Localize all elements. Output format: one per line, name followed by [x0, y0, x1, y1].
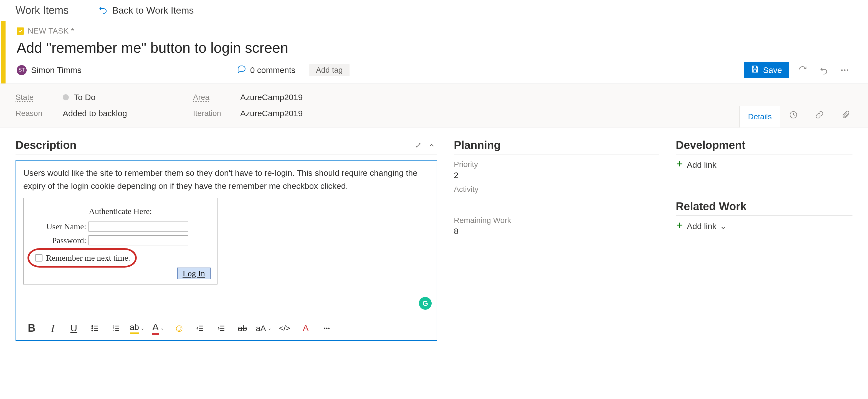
development-add-link[interactable]: Add link: [676, 160, 852, 170]
tab-details[interactable]: Details: [739, 106, 780, 128]
toolbar-fontcolor[interactable]: A⌄: [148, 320, 168, 337]
save-button[interactable]: Save: [744, 62, 789, 78]
description-editor[interactable]: Users would like the site to remember th…: [16, 160, 437, 341]
toolbar-italic[interactable]: I: [43, 320, 63, 337]
mockup-heading: Authenticate Here:: [30, 205, 211, 218]
workitem-type-icon: [17, 28, 24, 35]
svg-point-10: [324, 328, 326, 329]
tab-links[interactable]: [806, 104, 833, 128]
remaining-work-value[interactable]: 8: [454, 227, 659, 236]
planning-column: Planning Priority 2 Activity Remaining W…: [454, 139, 659, 341]
grammarly-icon[interactable]: G: [419, 297, 432, 310]
back-to-list-label: Back to Work Items: [112, 5, 194, 16]
links-column: Development Add link Related Work Add li…: [676, 139, 852, 341]
description-column: Description Users would like the site to…: [16, 139, 437, 341]
link-icon: [815, 110, 824, 121]
area-value[interactable]: AzureCamp2019: [240, 93, 303, 102]
svg-text:3: 3: [113, 329, 114, 332]
plus-icon: [676, 221, 684, 231]
description-heading: Description: [16, 139, 76, 152]
description-expand-button[interactable]: [413, 140, 424, 151]
chevron-down-icon: ⌄: [268, 326, 271, 331]
save-icon: [751, 65, 759, 75]
mockup-password-label: Password:: [30, 234, 89, 247]
workitem-title[interactable]: Add "remember me" button to login screen: [17, 39, 852, 56]
toolbar-fontcolor-glyph: A: [152, 322, 159, 335]
activity-value[interactable]: [454, 196, 659, 205]
chevron-down-icon: ⌄: [720, 221, 727, 231]
toolbar-clearformat[interactable]: A: [296, 320, 316, 337]
related-add-link-label: Add link: [687, 222, 716, 231]
related-add-link[interactable]: Add link ⌄: [676, 221, 852, 231]
toolbar-bold[interactable]: B: [22, 320, 41, 337]
description-collapse-button[interactable]: [426, 140, 437, 151]
area-label: Area: [193, 93, 240, 102]
comment-icon: [237, 64, 246, 76]
svg-point-2: [847, 69, 848, 71]
planning-heading: Planning: [454, 139, 501, 152]
state-dot-icon: [63, 94, 69, 100]
detail-tabs: Details: [739, 104, 859, 128]
svg-point-5: [92, 328, 93, 329]
page-root: Work Items Back to Work Items NEW TASK *…: [0, 0, 868, 399]
development-add-link-label: Add link: [687, 160, 716, 170]
comments-link[interactable]: 0 comments: [237, 64, 296, 76]
toolbar-bullets[interactable]: [85, 320, 105, 337]
workitem-accent-bar: [1, 21, 5, 84]
workitem-body: Description Users would like the site to…: [0, 128, 868, 341]
avatar: ST: [17, 65, 27, 75]
priority-value[interactable]: 2: [454, 170, 659, 180]
description-text: Users would like the site to remember th…: [23, 167, 429, 193]
toolbar-numbered[interactable]: 123: [106, 320, 126, 337]
state-label: State: [16, 93, 63, 102]
mockup-remember-checkbox: [35, 254, 42, 262]
description-textarea[interactable]: Users would like the site to remember th…: [16, 161, 437, 316]
breadcrumb-root[interactable]: Work Items: [16, 4, 68, 16]
chevron-down-icon: ⌄: [141, 326, 144, 331]
fields-bar: State To Do Reason Added to backlog Area…: [0, 84, 868, 128]
tab-attachments[interactable]: [833, 104, 859, 128]
plus-icon: [676, 160, 684, 170]
reason-value[interactable]: Added to backlog: [63, 109, 127, 118]
toolbar-emoji[interactable]: ☺: [169, 320, 189, 337]
svg-point-1: [844, 69, 845, 71]
save-label: Save: [763, 65, 782, 75]
add-tag-button[interactable]: Add tag: [309, 64, 349, 76]
mockup-login-button: Log In: [177, 268, 211, 279]
attachment-icon: [841, 110, 850, 121]
toolbar-code[interactable]: </>: [275, 320, 294, 337]
chevron-down-icon: ⌄: [160, 326, 164, 331]
iteration-label: Iteration: [193, 109, 240, 118]
undo-button[interactable]: [816, 62, 831, 78]
toolbar-more[interactable]: [317, 320, 337, 337]
toolbar-strike[interactable]: ab: [232, 320, 252, 337]
toolbar-underline[interactable]: U: [64, 320, 84, 337]
mockup-username-label: User Name:: [30, 220, 89, 233]
remaining-work-label: Remaining Work: [454, 216, 659, 225]
svg-point-11: [326, 328, 328, 329]
assignee[interactable]: ST Simon Timms: [17, 65, 82, 75]
editor-toolbar: B I U 123 ab⌄ A⌄ ☺: [16, 316, 437, 340]
workitem-header: NEW TASK * Add "remember me" button to l…: [1, 21, 868, 84]
mockup-remember-highlight: Remember me next time.: [30, 250, 134, 266]
related-work-heading: Related Work: [676, 200, 746, 213]
embedded-mockup: Authenticate Here: User Name: Password: …: [23, 198, 217, 285]
iteration-value[interactable]: AzureCamp2019: [240, 109, 303, 118]
mockup-password-input: [89, 235, 188, 245]
toolbar-strike-glyph: ab: [238, 324, 247, 333]
breadcrumb-separator: [83, 4, 83, 17]
refresh-button[interactable]: [795, 62, 810, 78]
tab-history[interactable]: [780, 104, 806, 128]
toolbar-indent[interactable]: [211, 320, 231, 337]
back-to-list-link[interactable]: Back to Work Items: [98, 5, 194, 16]
toolbar-outdent[interactable]: [190, 320, 210, 337]
toolbar-highlight[interactable]: ab⌄: [127, 320, 147, 337]
svg-point-0: [841, 69, 843, 71]
toolbar-fontsize[interactable]: aA⌄: [253, 320, 274, 337]
state-value[interactable]: To Do: [74, 93, 95, 102]
activity-label: Activity: [454, 185, 659, 194]
svg-point-4: [92, 326, 93, 327]
svg-point-12: [328, 328, 330, 329]
more-actions-button[interactable]: [837, 62, 852, 78]
priority-label: Priority: [454, 160, 659, 169]
